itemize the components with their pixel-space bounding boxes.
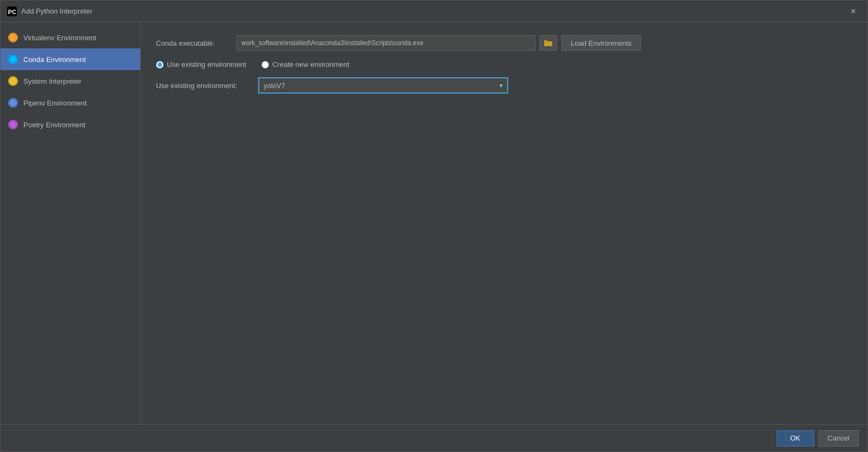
sidebar-item-poetry[interactable]: Poetry Environment [1, 114, 140, 135]
svg-rect-2 [544, 41, 552, 46]
sidebar-item-pipenv-label: Pipenv Environment [23, 99, 86, 107]
conda-executable-row: Conda executable: Load Environments [156, 35, 852, 51]
cancel-button[interactable]: Cancel [819, 430, 859, 447]
conda-icon [7, 53, 19, 65]
sidebar-item-system[interactable]: System Interpreter [1, 70, 140, 92]
load-environments-button[interactable]: Load Environments [561, 35, 641, 51]
ok-button[interactable]: OK [777, 430, 814, 447]
use-existing-radio[interactable] [156, 61, 164, 69]
create-new-radio[interactable] [261, 61, 269, 69]
use-existing-label: Use existing environment [167, 60, 246, 69]
env-dropdown-row: Use existing environment: yoloV7 base py… [156, 77, 852, 94]
sidebar: Virtualenv Environment Conda Environment… [1, 22, 141, 424]
sidebar-item-poetry-label: Poetry Environment [23, 121, 85, 129]
virtualenv-icon [7, 32, 19, 44]
sidebar-item-virtualenv-label: Virtualenv Environment [23, 34, 96, 42]
app-icon: PC [7, 7, 17, 16]
use-existing-option[interactable]: Use existing environment [156, 60, 246, 69]
title-bar: PC Add Python Interpreter × [1, 1, 867, 22]
sidebar-item-pipenv[interactable]: Pipenv Environment [1, 92, 140, 114]
conda-executable-input[interactable] [236, 35, 535, 51]
sidebar-item-system-label: System Interpreter [23, 77, 82, 85]
create-new-label: Create new environment [272, 60, 349, 69]
svg-rect-3 [544, 40, 547, 42]
system-icon [7, 75, 19, 87]
main-content: Conda executable: Load Environments Use … [141, 22, 867, 424]
svg-text:PC: PC [8, 8, 16, 15]
conda-executable-label: Conda executable: [156, 39, 232, 47]
radio-row: Use existing environment Create new envi… [156, 60, 852, 69]
env-dropdown[interactable]: yoloV7 base python38 tensorflow [258, 77, 508, 94]
close-button[interactable]: × [846, 4, 861, 19]
env-dropdown-label: Use existing environment: [156, 82, 254, 90]
dialog-footer: OK Cancel [1, 424, 867, 451]
pipenv-icon [7, 97, 19, 109]
add-python-interpreter-dialog: PC Add Python Interpreter × Virtualenv E… [0, 0, 868, 452]
sidebar-item-virtualenv[interactable]: Virtualenv Environment [1, 27, 140, 48]
dialog-title: Add Python Interpreter [21, 7, 846, 15]
sidebar-item-conda-label: Conda Environment [23, 55, 86, 64]
env-select-wrapper: yoloV7 base python38 tensorflow [258, 77, 508, 94]
sidebar-item-conda[interactable]: Conda Environment [1, 48, 140, 70]
poetry-icon [7, 119, 19, 131]
folder-icon [544, 40, 553, 46]
dialog-body: Virtualenv Environment Conda Environment… [1, 22, 867, 424]
create-new-option[interactable]: Create new environment [261, 60, 349, 69]
browse-button[interactable] [540, 35, 557, 51]
